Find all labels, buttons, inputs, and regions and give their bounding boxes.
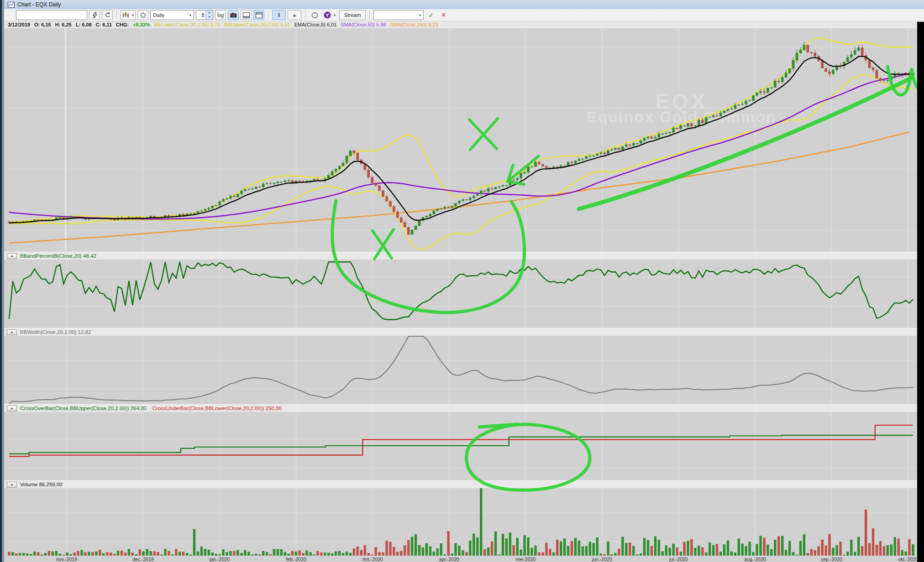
- check-icon: ✓: [429, 12, 434, 19]
- readout-segment: SMA(Close,50) 5,98: [341, 22, 386, 27]
- chevron-down-icon: ▾: [189, 13, 191, 17]
- bar-spacing-value: 8: [196, 10, 205, 20]
- apply-button[interactable]: ✓: [425, 10, 436, 20]
- window-edge-light: [2, 0, 4, 562]
- refresh-icon: [105, 12, 110, 18]
- panel-layout-top-button[interactable]: [253, 10, 264, 20]
- svg-text:feb.-2020: feb.-2020: [286, 557, 306, 562]
- svg-text:jan.-2020: jan.-2020: [209, 557, 230, 562]
- toolbar: ▾ Daily ▾ 8 ▲ ▼ log: [4, 9, 924, 21]
- candlestick-icon: [122, 12, 129, 18]
- collapse-panel-button[interactable]: ▲: [7, 329, 17, 335]
- panel-header-bbwidth: ▲ BBWidth(Close,20,2.00) 12,82: [4, 328, 917, 336]
- chart-type-button[interactable]: ▾: [121, 10, 136, 20]
- panel-label-bbandpercentb: BBandPercentB(Close,20) 48,42: [20, 253, 96, 259]
- crosshair-tool-button[interactable]: +: [288, 10, 301, 20]
- drawing-brand-button[interactable]: ▾: [322, 10, 337, 20]
- readout-segment: BBLower(Close,20,2.00) 5,73: [154, 22, 220, 27]
- crosshair-icon: +: [293, 11, 297, 19]
- template-select[interactable]: ▾: [373, 10, 424, 20]
- chart-settings-button[interactable]: [137, 10, 148, 20]
- toolbar-separator: [305, 10, 305, 20]
- svg-text:nov.-2019: nov.-2019: [56, 557, 77, 562]
- window-title: Chart - EQX Daily: [17, 1, 61, 8]
- cancel-button[interactable]: ×: [438, 10, 449, 20]
- chevron-down-icon: ▾: [334, 13, 336, 17]
- layout-top-icon: [256, 12, 262, 18]
- svg-text:Equinox Gold Common: Equinox Gold Common: [587, 108, 777, 125]
- svg-text:aug.-2020: aug.-2020: [744, 557, 766, 562]
- readout-segment: C: 6,11: [96, 22, 112, 27]
- collapse-panel-button[interactable]: ▲: [7, 482, 17, 488]
- svg-text:jul.-2020: jul.-2020: [669, 557, 688, 562]
- panel-label-volume: Volume 86.259,00: [20, 482, 63, 487]
- cursor-tool-icon: I: [278, 12, 279, 18]
- toolbar-separator: [369, 10, 370, 20]
- lightning-icon: [92, 12, 97, 19]
- readout-segment: CHG:: [116, 22, 129, 27]
- chevron-down-icon: ▾: [132, 13, 134, 17]
- refresh-button[interactable]: [102, 10, 113, 20]
- svg-text:okt.-2020: okt.-2020: [898, 557, 918, 562]
- purple-badge-icon: [324, 11, 331, 19]
- log-scale-label: log: [217, 12, 224, 18]
- svg-text:jun.-2020: jun.-2020: [592, 557, 612, 562]
- snapshot-button[interactable]: [228, 10, 239, 20]
- readout-segment: L: 6,08: [76, 22, 92, 27]
- readout-segment: O: 6,15: [34, 22, 51, 27]
- camera-icon: [230, 13, 237, 18]
- panel-layout-bottom-button[interactable]: [241, 10, 252, 20]
- data-readout: 3/12/2019O: 6,15H: 6,25L: 6,08C: 6,11CHG…: [4, 21, 917, 28]
- svg-text:mei-2020: mei-2020: [515, 557, 536, 562]
- layout-bottom-icon: [243, 12, 250, 18]
- collapse-panel-button[interactable]: ▲: [7, 253, 17, 259]
- log-scale-button[interactable]: log: [215, 10, 226, 20]
- svg-text:dec.-2019: dec.-2019: [132, 557, 154, 562]
- toolbar-separator: [268, 10, 268, 20]
- panel-header-bbandpercentb: ▲ BBandPercentB(Close,20) 48,42: [4, 252, 917, 260]
- readout-segment: EMA(Close,8) 6,01: [294, 22, 336, 27]
- panel-label-crossunderbar: CrossUnderBar(Close,BBLower(Close,20,2.0…: [152, 406, 282, 411]
- readout-segment: SMA(Close,200) 5,13: [390, 22, 438, 27]
- toolbar-separator: [116, 10, 117, 20]
- ellipse-tool-button[interactable]: [309, 10, 320, 20]
- svg-text:apr.-2020: apr.-2020: [439, 557, 460, 562]
- interval-value: Daily: [153, 12, 165, 18]
- title-bar: Chart - EQX Daily: [4, 0, 924, 9]
- stream-button[interactable]: Stream: [339, 10, 366, 20]
- cursor-tool-button[interactable]: I: [272, 10, 286, 20]
- panel-label-crossoverbar: CrossOverBar(Close,BBUpper(Close,20,2.00…: [20, 406, 147, 411]
- bar-spacing-spinner[interactable]: 8 ▲ ▼: [196, 10, 213, 20]
- chart-window-icon: [8, 2, 15, 8]
- chevron-down-icon: ▾: [419, 13, 421, 17]
- collapse-panel-button[interactable]: ▲: [7, 406, 17, 411]
- stream-label: Stream: [344, 12, 361, 18]
- flash-settle-button[interactable]: [89, 10, 100, 20]
- close-icon: ×: [441, 11, 446, 19]
- panel-header-crossbars: ▲ CrossOverBar(Close,BBUpper(Close,20,2.…: [4, 404, 917, 412]
- readout-segment: +0,33%: [133, 22, 150, 27]
- svg-text:mrt.-2020: mrt.-2020: [362, 557, 383, 562]
- interval-select[interactable]: Daily ▾: [150, 10, 194, 20]
- panel-header-volume: ▲ Volume 86.259,00: [4, 480, 917, 488]
- right-black-strip: [917, 22, 924, 562]
- symbol-input[interactable]: [16, 10, 87, 20]
- panel-label-bbwidth: BBWidth(Close,20,2.00) 12,82: [20, 329, 91, 335]
- chart-canvas[interactable]: EQXEquinox Gold Commonnov.-2019dec.-2019…: [0, 0, 924, 562]
- readout-segment: 3/12/2019: [8, 22, 30, 27]
- spin-up-button[interactable]: ▲: [206, 10, 213, 15]
- gear-icon: [140, 12, 147, 19]
- circle-tool-icon: [311, 12, 318, 18]
- readout-segment: H: 6,25: [55, 22, 72, 27]
- readout-segment: BBUpper(Close,20,2.00) 6,51: [224, 22, 290, 27]
- spin-down-button[interactable]: ▼: [206, 15, 213, 20]
- svg-text:sep.-2020: sep.-2020: [821, 557, 842, 562]
